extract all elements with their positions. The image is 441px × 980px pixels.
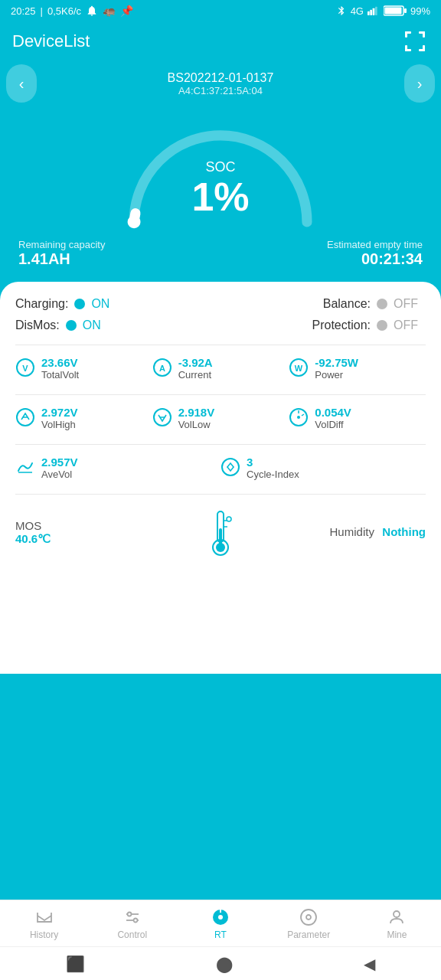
power-icon: W [289, 358, 309, 382]
power-value: -92.75W [315, 356, 358, 369]
android-back-btn[interactable]: ◀ [364, 955, 375, 973]
power-data: -92.75W Power [315, 356, 358, 381]
total-volt-label: TotalVolt [41, 369, 79, 381]
balance-status: Balance: OFF [220, 297, 426, 311]
charging-status: Charging: ON [15, 297, 220, 311]
svg-point-42 [133, 919, 137, 923]
vol-diff-label: VolDiff [315, 419, 351, 430]
android-home-btn[interactable]: ⬤ [216, 955, 233, 973]
prev-device-button[interactable]: ‹ [6, 64, 37, 103]
svg-text:W: W [295, 364, 303, 373]
battery-icon [384, 5, 407, 17]
page-title: DeviceList [12, 31, 90, 51]
svg-rect-3 [375, 7, 377, 15]
svg-point-15 [128, 215, 141, 228]
mos-value: 40.6℃ [15, 532, 190, 546]
total-volt-data: 23.66V TotalVolt [41, 356, 79, 381]
mos-label: MOS [15, 519, 190, 532]
ave-vol-label: AveVol [41, 469, 78, 480]
nav-history[interactable]: History [0, 908, 88, 940]
cycle-index-data: 3 Cycle-Index [247, 456, 299, 480]
svg-point-35 [216, 543, 225, 552]
gauge-text: SOC 1% [191, 159, 249, 219]
parameter-icon [299, 908, 318, 926]
soc-label: SOC [191, 159, 249, 175]
svg-text:A: A [159, 364, 165, 373]
svg-rect-6 [384, 8, 401, 15]
total-volt-metric: V 23.66V TotalVolt [15, 356, 152, 382]
status-right: 4G 99% [336, 5, 430, 17]
bottom-nav: History Control RT Parameter Mine [0, 900, 441, 946]
charging-dot [74, 299, 85, 309]
speed-value: 0,5K6/c [47, 5, 81, 17]
balance-label: Balance: [323, 297, 371, 311]
device-info: BS202212-01-0137 A4:C1:37:21:5A:04 [168, 71, 274, 96]
mos-temp: MOS 40.6℃ [15, 519, 190, 546]
control-icon [123, 908, 142, 926]
time-display: 20:25 [11, 5, 36, 17]
history-icon [35, 908, 54, 926]
thermometer-icon [201, 505, 240, 559]
svg-point-47 [306, 915, 311, 920]
vol-high-data: 2.972V VolHigh [41, 406, 78, 430]
svg-rect-5 [404, 8, 407, 13]
ave-vol-icon [15, 457, 35, 482]
vol-low-metric: 2.918V VolLow [152, 406, 289, 432]
next-device-button[interactable]: › [404, 64, 435, 103]
svg-rect-2 [373, 8, 375, 15]
svg-point-38 [227, 517, 231, 521]
ave-vol-metric: 2.957V AveVol [15, 456, 220, 482]
protection-label: Protection: [312, 318, 371, 332]
current-label: Current [178, 369, 213, 381]
scan-icon[interactable] [401, 28, 429, 55]
ave-vol-data: 2.957V AveVol [41, 456, 78, 480]
nav-parameter[interactable]: Parameter [265, 908, 353, 940]
current-metric: A -3.92A Current [152, 356, 289, 382]
speed-display: | [41, 5, 43, 17]
device-id: BS202212-01-0137 [168, 71, 274, 85]
control-label: Control [117, 929, 147, 940]
ave-vol-value: 2.957V [41, 456, 78, 469]
vol-high-label: VolHigh [41, 419, 78, 430]
nav-control[interactable]: Control [88, 908, 176, 940]
charging-label: Charging: [15, 297, 68, 311]
history-label: History [30, 929, 58, 940]
bluetooth-icon [336, 5, 347, 16]
vol-diff-data: 0.054V VolDiff [315, 406, 351, 430]
svg-line-29 [302, 414, 304, 416]
battery-percent: 99% [410, 5, 430, 17]
nav-mine[interactable]: Mine [353, 908, 441, 940]
mine-icon [387, 908, 406, 926]
remaining-capacity-value: 1.41AH [18, 250, 105, 268]
status-bar: 20:25 | 0,5K6/c 🦛 📌 4G 99% [0, 0, 441, 21]
android-square-btn[interactable]: ⬛ [66, 955, 85, 973]
protection-value: OFF [394, 318, 418, 332]
remaining-capacity-label: Remaining capacity [18, 239, 105, 250]
svg-point-31 [222, 459, 239, 475]
current-data: -3.92A Current [178, 356, 213, 381]
vol-diff-icon [289, 407, 309, 432]
temperature-section: MOS 40.6℃ Humidity Nothing [15, 495, 426, 567]
svg-rect-0 [368, 11, 370, 15]
device-header: ‹ BS202212-01-0137 A4:C1:37:21:5A:04 › [0, 64, 441, 103]
humidity: Humidity Nothing [251, 525, 426, 539]
vol-high-value: 2.972V [41, 406, 78, 419]
status-left: 20:25 | 0,5K6/c 🦛 📌 [11, 5, 133, 17]
thermometer-icon-wrap [190, 505, 251, 559]
metrics-row-1: V 23.66V TotalVolt A -3.92A [15, 345, 426, 395]
estimated-empty: Estimated empty time 00:21:34 [327, 239, 423, 268]
svg-point-41 [127, 913, 131, 916]
svg-rect-10 [423, 31, 425, 38]
total-volt-value: 23.66V [41, 356, 79, 369]
signal-icon: 4G [351, 5, 364, 17]
rt-icon [211, 908, 230, 926]
device-mac: A4:C1:37:21:5A:04 [168, 85, 274, 96]
estimated-empty-value: 00:21:34 [327, 250, 423, 268]
cycle-index-value: 3 [247, 456, 299, 469]
nav-rt[interactable]: RT [176, 908, 264, 940]
vol-low-data: 2.918V VolLow [178, 406, 215, 430]
vol-high-metric: 2.972V VolHigh [15, 406, 152, 432]
cycle-index-metric: 3 Cycle-Index [220, 456, 426, 482]
metrics-grid-2: 2.972V VolHigh 2.918V VolLow [15, 395, 426, 445]
metrics-grid-3: 2.957V AveVol 3 Cycle-Index [15, 445, 426, 495]
